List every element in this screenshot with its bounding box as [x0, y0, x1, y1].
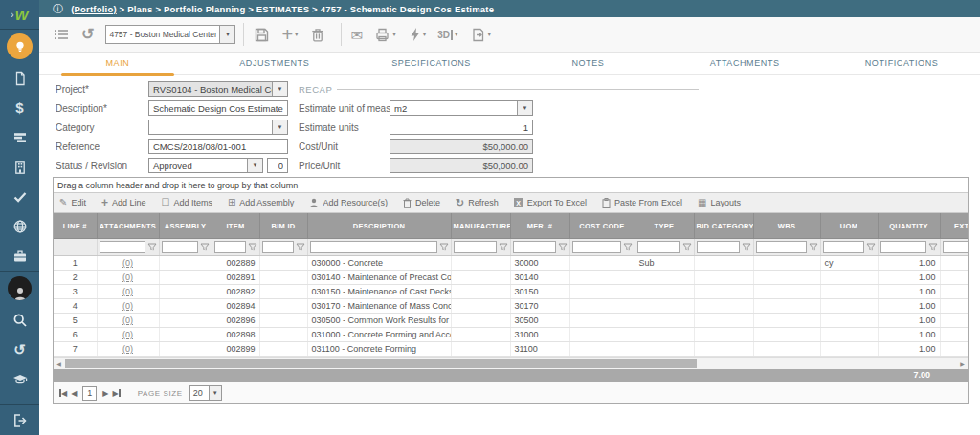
- attachments-link[interactable]: (0): [122, 272, 133, 282]
- filter-icon[interactable]: [558, 243, 568, 251]
- grid-row[interactable]: 2(0)002891030140 - Maintenance of Precas…: [54, 271, 968, 285]
- column-header-type[interactable]: TYPE: [635, 213, 694, 239]
- filter-input-type[interactable]: [637, 241, 680, 253]
- sidebar-item-ideas[interactable]: [0, 30, 39, 63]
- chevron-down-icon[interactable]: ▾: [488, 31, 492, 38]
- grid-row[interactable]: 5(0)002896030500 - Common Work Results f…: [54, 314, 968, 328]
- filter-input-bid_category[interactable]: [697, 241, 740, 253]
- filter-icon[interactable]: [742, 243, 751, 251]
- chevron-down-icon[interactable]: ▾: [423, 31, 427, 38]
- add-button[interactable]: + ▾: [281, 25, 298, 44]
- revision-field[interactable]: [268, 159, 287, 172]
- column-header-uom[interactable]: UOM: [820, 213, 878, 239]
- grid-scroll-area[interactable]: LINE #ATTACHMENTSASSEMBLYITEMBIM IDDESCR…: [54, 213, 968, 357]
- sidebar-item-tasks[interactable]: [0, 182, 39, 211]
- filter-icon[interactable]: [682, 243, 692, 251]
- grid-row[interactable]: 4(0)002894030170 - Maintenance of Mass C…: [54, 299, 968, 314]
- chevron-down-icon[interactable]: ▼: [272, 82, 287, 96]
- list-view-button[interactable]: [53, 27, 70, 42]
- sidebar-item-projects[interactable]: [0, 152, 39, 182]
- reference-field[interactable]: [149, 140, 287, 153]
- add-items-button[interactable]: ☐Add Items: [161, 198, 212, 207]
- tab-notes[interactable]: NOTES: [509, 53, 666, 74]
- chevron-down-icon[interactable]: ▾: [392, 31, 396, 38]
- filter-icon[interactable]: [623, 243, 633, 251]
- column-header-mfr_no[interactable]: MFR. #: [510, 213, 569, 239]
- attachments-link[interactable]: (0): [122, 315, 133, 325]
- sidebar-item-lists[interactable]: [0, 122, 39, 152]
- column-header-assembly[interactable]: ASSEMBLY: [159, 213, 212, 239]
- record-history-button[interactable]: ↺: [81, 27, 94, 42]
- chevron-down-icon[interactable]: ▼: [517, 101, 532, 115]
- add-resources-button[interactable]: Add Resource(s): [309, 198, 388, 207]
- column-header-cost_code[interactable]: COST CODE: [569, 213, 635, 239]
- grid-row[interactable]: 1(0)002889030000 - Concrete30000Subcy1.0…: [54, 256, 968, 271]
- filter-input-assembly[interactable]: [162, 241, 198, 253]
- filter-icon[interactable]: [147, 243, 157, 251]
- prev-page-button[interactable]: ◀: [71, 389, 77, 398]
- tab-main[interactable]: MAIN: [39, 53, 196, 74]
- sidebar-item-profile[interactable]: [0, 272, 39, 305]
- filter-icon[interactable]: [809, 243, 818, 251]
- tab-notifications[interactable]: NOTIFICATIONS: [823, 53, 980, 74]
- filter-icon[interactable]: [296, 243, 305, 251]
- info-icon[interactable]: ⓘ: [53, 4, 63, 14]
- attachments-link[interactable]: (0): [122, 258, 133, 268]
- grid-row[interactable]: 6(0)002898031000 - Concrete Forming and …: [54, 328, 968, 342]
- scroll-left-icon[interactable]: ◀: [54, 358, 64, 369]
- column-header-quantity[interactable]: QUANTITY: [878, 213, 940, 239]
- estimate-uom-select[interactable]: m2 ▼: [390, 100, 533, 116]
- chevron-down-icon[interactable]: ▼: [209, 386, 221, 400]
- sidebar-item-documents[interactable]: [0, 63, 39, 93]
- filter-icon[interactable]: [928, 243, 938, 251]
- project-select[interactable]: RVS0104 - Boston Medical Center ▼: [148, 81, 288, 97]
- category-select[interactable]: ▼: [148, 120, 288, 135]
- filter-input-description[interactable]: [310, 241, 437, 253]
- estimate-units-field[interactable]: [390, 120, 532, 134]
- filter-input-uom[interactable]: [823, 241, 864, 253]
- sidebar-item-logout[interactable]: [0, 405, 39, 435]
- sidebar-item-history[interactable]: ↺: [0, 335, 39, 364]
- sidebar-item-business[interactable]: [0, 241, 39, 271]
- page-size-select[interactable]: 20 ▼: [189, 385, 222, 401]
- column-header-line[interactable]: LINE #: [54, 213, 97, 239]
- column-header-attachments[interactable]: ATTACHMENTS: [97, 213, 159, 239]
- chevron-down-icon[interactable]: ▼: [272, 120, 287, 134]
- tab-specifications[interactable]: SPECIFICATIONS: [353, 53, 510, 74]
- attachments-link[interactable]: (0): [122, 301, 133, 311]
- sidebar-item-learning[interactable]: [0, 364, 39, 394]
- current-page[interactable]: 1: [82, 386, 97, 401]
- filter-icon[interactable]: [200, 243, 210, 251]
- scroll-right-icon[interactable]: ▶: [957, 358, 968, 369]
- description-field[interactable]: [149, 101, 287, 115]
- grid-row[interactable]: 3(0)002892030150 - Maintenance of Cast D…: [54, 285, 968, 299]
- delete-line-button[interactable]: Delete: [403, 198, 440, 208]
- workflow-button[interactable]: ▾: [408, 27, 427, 42]
- filter-input-item[interactable]: [214, 241, 246, 253]
- attachments-link[interactable]: (0): [122, 287, 133, 296]
- delete-button[interactable]: [310, 27, 325, 43]
- add-line-button[interactable]: +Add Line: [101, 197, 146, 208]
- last-page-button[interactable]: ▶: [112, 389, 120, 398]
- column-header-manufacturer[interactable]: MANUFACTURER: [451, 213, 510, 239]
- sidebar-item-web[interactable]: [0, 211, 39, 241]
- 3d-view-button[interactable]: 3D ▾: [437, 30, 457, 40]
- column-header-description[interactable]: DESCRIPTION: [307, 213, 451, 239]
- scrollbar-thumb[interactable]: [65, 359, 697, 368]
- paste-excel-button[interactable]: Paste From Excel: [602, 198, 682, 208]
- chevron-down-icon[interactable]: ▾: [295, 31, 299, 38]
- column-header-wbs[interactable]: WBS: [753, 213, 820, 239]
- export-button[interactable]: ▾: [470, 27, 492, 43]
- first-page-button[interactable]: ◀: [59, 389, 67, 398]
- attachments-link[interactable]: (0): [122, 330, 133, 339]
- filter-input-quantity[interactable]: [880, 241, 926, 253]
- email-button[interactable]: ✉: [351, 28, 364, 42]
- refresh-button[interactable]: ↻Refresh: [456, 198, 499, 208]
- status-select[interactable]: Approved ▼: [148, 158, 263, 173]
- chevron-down-icon[interactable]: ▾: [455, 31, 458, 38]
- filter-input-attachments[interactable]: [100, 241, 145, 253]
- filter-input-manufacturer[interactable]: [454, 241, 497, 253]
- filter-icon[interactable]: [439, 243, 449, 251]
- sidebar-item-cost[interactable]: $: [0, 93, 39, 122]
- filter-icon[interactable]: [248, 243, 257, 251]
